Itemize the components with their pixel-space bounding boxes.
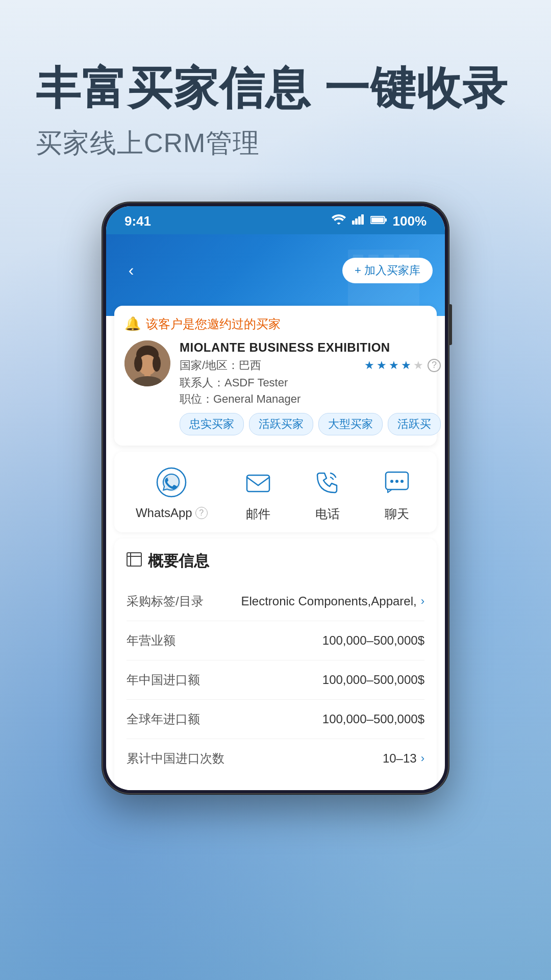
info-label-0: 采购标签/目录 — [127, 593, 204, 609]
action-bar: WhatsApp ? 邮件 — [114, 452, 437, 532]
action-whatsapp[interactable]: WhatsApp ? — [136, 464, 208, 522]
info-row-1: 年营业额 100,000–500,000$ — [127, 621, 424, 660]
notice-icon: 🔔 — [124, 316, 141, 332]
rating-help-icon[interactable]: ? — [428, 359, 441, 372]
email-label: 邮件 — [246, 506, 270, 522]
svg-point-28 — [400, 480, 404, 483]
svg-rect-29 — [127, 553, 141, 566]
battery-text: 100% — [393, 213, 427, 229]
info-label-2: 年中国进口额 — [127, 672, 200, 688]
battery-icon — [370, 214, 387, 228]
section-title: 概要信息 — [127, 551, 424, 572]
status-time: 9:41 — [124, 213, 151, 229]
star-rating: ★ ★ ★ ★ ★ ? — [364, 359, 441, 372]
svg-rect-0 — [352, 220, 355, 225]
phone-hero: ‹ + 加入买家库 — [106, 234, 445, 316]
avatar — [124, 340, 170, 386]
whatsapp-help-icon[interactable]: ? — [195, 507, 208, 519]
chat-icon — [379, 464, 415, 501]
email-icon — [240, 464, 277, 501]
svg-rect-1 — [355, 218, 358, 225]
position-row: 职位：General Manager — [180, 391, 441, 407]
customer-card: 🔔 该客户是您邀约过的买家 — [114, 306, 437, 446]
star-2: ★ — [377, 359, 387, 372]
chevron-right-0: › — [421, 595, 424, 608]
info-value-3: 100,000–500,000$ — [322, 712, 424, 726]
info-value-1: 100,000–500,000$ — [322, 633, 424, 648]
phone-icon — [309, 464, 346, 501]
back-button[interactable]: ‹ — [118, 258, 144, 283]
svg-point-20 — [153, 355, 161, 372]
info-label-1: 年营业额 — [127, 632, 176, 649]
add-buyer-button[interactable]: + 加入买家库 — [342, 258, 433, 283]
overview-icon — [127, 552, 142, 570]
info-row-4[interactable]: 累计中国进口次数 10–13 › — [127, 739, 424, 778]
tag-active2[interactable]: 活跃买 — [388, 413, 441, 435]
info-row-3: 全球年进口额 100,000–500,000$ — [127, 700, 424, 739]
tag-large[interactable]: 大型买家 — [318, 413, 383, 435]
info-row-0[interactable]: 采购标签/目录 Electronic Components,Apparel, › — [127, 582, 424, 621]
whatsapp-label: WhatsApp ? — [136, 506, 208, 520]
info-label-4: 累计中国进口次数 — [127, 750, 224, 767]
svg-rect-2 — [358, 216, 361, 225]
star-5: ★ — [413, 359, 423, 372]
tag-loyal[interactable]: 忠实买家 — [180, 413, 244, 435]
svg-rect-24 — [247, 475, 269, 492]
svg-point-19 — [134, 355, 142, 372]
chevron-right-4: › — [421, 752, 424, 765]
signal-icon — [352, 214, 364, 228]
action-phone[interactable]: 电话 — [309, 464, 346, 522]
star-1: ★ — [364, 359, 374, 372]
info-label-3: 全球年进口额 — [127, 711, 200, 727]
star-4: ★ — [401, 359, 411, 372]
overview-section: 概要信息 采购标签/目录 Electronic Components,Appar… — [114, 538, 437, 790]
contact-row: 联系人：ASDF Tester — [180, 375, 441, 390]
notice-text: 该客户是您邀约过的买家 — [146, 316, 281, 332]
info-row-2: 年中国进口额 100,000–500,000$ — [127, 660, 424, 700]
company-name: MIOLANTE BUSINESS EXHIBITION — [180, 340, 441, 355]
info-value-2: 100,000–500,000$ — [322, 673, 424, 687]
customer-notice: 🔔 该客户是您邀约过的买家 — [124, 316, 427, 332]
country-text: 国家/地区：巴西 — [180, 358, 261, 373]
status-bar: 9:41 — [106, 206, 445, 234]
action-chat[interactable]: 聊天 — [379, 464, 415, 522]
svg-point-27 — [395, 480, 398, 483]
star-3: ★ — [389, 359, 399, 372]
phone-label: 电话 — [315, 506, 340, 522]
info-value-4: 10–13 › — [383, 751, 424, 766]
tags-row: 忠实买家 活跃买家 大型买家 活跃买 — [180, 413, 441, 435]
wifi-icon — [332, 214, 346, 228]
action-email[interactable]: 邮件 — [240, 464, 277, 522]
tag-active[interactable]: 活跃买家 — [249, 413, 313, 435]
svg-rect-6 — [371, 217, 384, 223]
info-value-0: Electronic Components,Apparel, › — [241, 594, 424, 608]
svg-point-26 — [390, 480, 393, 483]
svg-rect-3 — [361, 214, 364, 225]
chat-label: 聊天 — [385, 506, 409, 522]
whatsapp-icon — [153, 464, 190, 501]
svg-rect-5 — [385, 218, 387, 222]
